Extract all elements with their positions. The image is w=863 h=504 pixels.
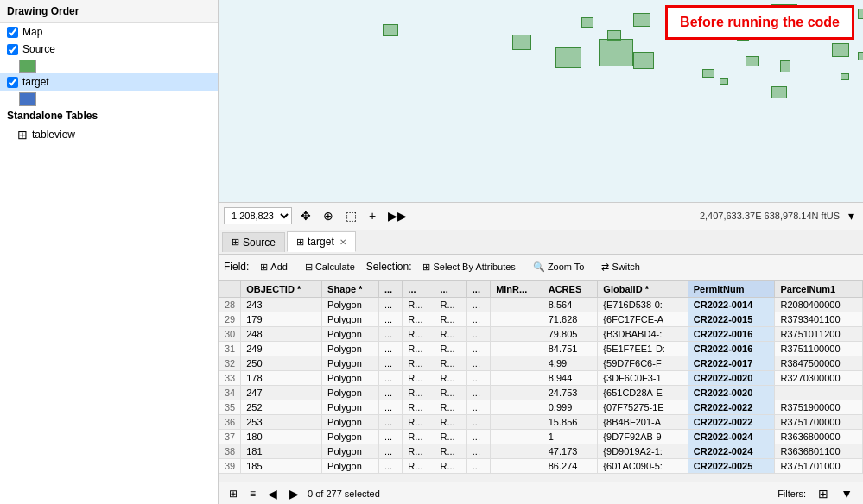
target-checkbox[interactable] [7,77,18,88]
table-row: 32 250 Polygon ... R... R... ... 4.99 {5… [219,356,863,370]
col-minr[interactable]: MinR... [491,280,543,297]
permitnum-cell: CR2022-0016 [688,341,775,356]
c4-cell: R... [403,312,435,326]
zoom-to-button[interactable]: 🔍 Zoom To [527,259,591,275]
table-view-button[interactable]: ⊞ [225,486,241,501]
coordinates-label: 2,407,633.37E 638,978.14N ftUS [700,211,840,221]
col-permitnum[interactable]: PermitNum [688,280,775,297]
zoom-out-button[interactable]: ▶▶ [384,207,410,224]
globalid-cell: {E716D538-0: [598,297,688,312]
tab-source[interactable]: ⊞ Source [222,232,285,252]
parcelnum1-cell [775,385,863,400]
sidebar-item-tableview[interactable]: ⊞ tableview [0,125,218,144]
col-c6[interactable]: ... [466,280,490,297]
switch-button[interactable]: ⇄ Switch [595,259,645,275]
map-shape [858,52,863,60]
c4-cell: R... [403,370,435,385]
calculate-button[interactable]: ⊟ Calculate [299,259,361,275]
col-parcelnum1[interactable]: ParcelNum1 [775,280,863,297]
c3-cell: ... [378,429,402,444]
c6-cell: ... [466,341,490,356]
shape-cell: Polygon [322,341,379,356]
source-tab-label: Source [243,236,276,249]
col-acres[interactable]: ACRES [543,280,598,297]
col-globalid[interactable]: GlobalID * [598,280,688,297]
source-checkbox[interactable] [7,44,18,55]
map-shape [383,24,398,36]
row-num-cell: 33 [219,370,241,385]
select-by-attr-label: Select By Attributes [433,261,515,272]
globalid-cell: {5E1F7EE1-D: [598,341,688,356]
map-shape [832,43,849,57]
c6-cell: ... [466,458,490,473]
c5-cell: R... [435,429,466,444]
c6-cell: ... [466,444,490,458]
target-tab-icon: ⊞ [296,236,304,248]
shape-cell: Polygon [322,444,379,458]
objectid-cell: 253 [241,414,322,429]
c3-cell: ... [378,444,402,458]
c5-cell: R... [435,312,466,326]
prev-button[interactable]: ◀ [264,485,281,502]
c4-cell: R... [403,385,435,400]
shape-cell: Polygon [322,458,379,473]
map-checkbox[interactable] [7,27,18,38]
row-num-cell: 37 [219,429,241,444]
c5-cell: R... [435,414,466,429]
select-by-attributes-button[interactable]: ⊞ Select By Attributes [416,259,521,275]
objectid-cell: 248 [241,326,322,341]
shape-cell: Polygon [322,326,379,341]
select-button[interactable]: ⬚ [342,207,360,224]
selection-label: Selection: [366,261,412,273]
minr-cell [491,400,543,414]
table-header-row: OBJECTID * Shape * ... ... ... ... MinR.… [219,280,863,297]
minr-cell [491,414,543,429]
table-wrapper[interactable]: OBJECTID * Shape * ... ... ... ... MinR.… [219,280,863,482]
next-button[interactable]: ▶ [286,485,302,502]
c3-cell: ... [378,400,402,414]
acres-cell: 86.274 [543,458,598,473]
parcelnum1-cell: R3751700000 [775,414,863,429]
chart-view-button[interactable]: ≡ [246,486,259,501]
sidebar-item-target[interactable]: target [0,73,218,91]
tab-target[interactable]: ⊞ target ✕ [287,231,356,252]
table-body: 28 243 Polygon ... R... R... ... 8.564 {… [219,297,863,473]
calculate-icon: ⊟ [305,261,313,273]
col-objectid[interactable]: OBJECTID * [241,280,322,297]
c5-cell: R... [435,341,466,356]
table-row: 30 248 Polygon ... R... R... ... 79.805 … [219,326,863,341]
row-num-cell: 38 [219,444,241,458]
c3-cell: ... [378,370,402,385]
col-shape[interactable]: Shape * [322,280,379,297]
c3-cell: ... [378,458,402,473]
sidebar-item-map[interactable]: Map [0,23,218,41]
col-c5[interactable]: ... [435,280,466,297]
c4-cell: R... [403,414,435,429]
zoom-to-label: Zoom To [548,261,585,272]
filter-icon-2[interactable]: ▼ [837,485,856,502]
pan-button[interactable]: ✥ [297,207,314,224]
table-row: 34 247 Polygon ... R... R... ... 24.753 … [219,385,863,400]
globalid-cell: {8B4BF201-A [598,414,688,429]
zoom-to-icon: 🔍 [533,261,545,273]
coords-dropdown[interactable]: ▾ [845,207,858,224]
zoom-in-button[interactable]: + [365,207,379,224]
map-shape [841,73,849,80]
permitnum-cell: CR2022-0024 [688,444,775,458]
c3-cell: ... [378,356,402,370]
sidebar-item-source[interactable]: Source [0,41,218,58]
target-tab-close[interactable]: ✕ [339,237,346,247]
identify-button[interactable]: ⊕ [320,207,337,224]
objectid-cell: 243 [241,297,322,312]
map-shape [720,78,728,85]
status-bar: ⊞ ≡ ◀ ▶ 0 of 277 selected Filters: ⊞ ▼ [219,482,863,504]
row-num-cell: 28 [219,297,241,312]
table-row: 39 185 Polygon ... R... R... ... 86.274 … [219,458,863,473]
filter-icon-1[interactable]: ⊞ [815,485,832,502]
col-c4[interactable]: ... [403,280,435,297]
col-c3[interactable]: ... [378,280,402,297]
add-icon: ⊞ [260,261,268,273]
add-button[interactable]: ⊞ Add [254,259,294,275]
c5-cell: R... [435,326,466,341]
scale-selector[interactable]: 1:208,823 [224,207,292,224]
